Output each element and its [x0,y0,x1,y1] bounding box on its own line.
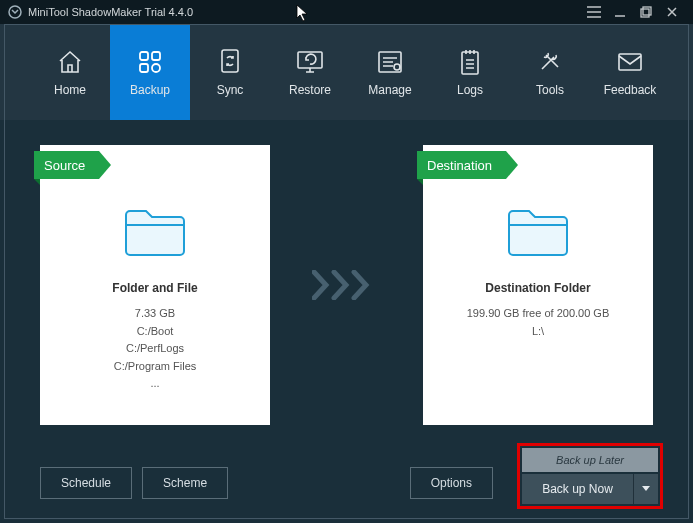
nav-label: Home [54,83,86,97]
nav-label: Backup [130,83,170,97]
svg-rect-2 [643,7,651,15]
nav-tools[interactable]: Tools [510,24,590,120]
nav-label: Feedback [604,83,657,97]
main-nav: Home Backup Sync Restore Manage Logs Too… [0,24,693,120]
nav-label: Tools [536,83,564,97]
folder-icon [503,203,573,263]
backup-later-button[interactable]: Back up Later [522,448,658,472]
restore-icon [295,47,325,77]
nav-manage[interactable]: Manage [350,24,430,120]
svg-rect-1 [641,9,649,17]
svg-rect-3 [140,52,148,60]
destination-header: Destination [417,151,506,179]
tools-icon [536,47,564,77]
nav-feedback[interactable]: Feedback [590,24,670,120]
nav-label: Sync [217,83,244,97]
menu-icon[interactable] [581,0,607,24]
svg-point-6 [152,64,160,72]
backup-dropdown-button[interactable] [634,474,658,504]
app-logo-icon [8,5,22,19]
schedule-button[interactable]: Schedule [40,467,132,499]
svg-point-10 [394,64,400,70]
nav-label: Manage [368,83,411,97]
backup-icon [136,47,164,77]
feedback-icon [616,47,644,77]
svg-rect-7 [222,50,238,72]
nav-label: Logs [457,83,483,97]
source-header: Source [34,151,99,179]
home-icon [56,47,84,77]
source-card[interactable]: Source Folder and File 7.33 GB C:/Boot C… [40,145,270,425]
svg-rect-5 [140,64,148,72]
destination-card[interactable]: Destination Destination Folder 199.90 GB… [423,145,653,425]
logs-icon [458,47,482,77]
svg-rect-4 [152,52,160,60]
nav-sync[interactable]: Sync [190,24,270,120]
nav-home[interactable]: Home [30,24,110,120]
options-button[interactable]: Options [410,467,493,499]
source-details: 7.33 GB C:/Boot C:/PerfLogs C:/Program F… [114,305,197,393]
backup-now-button[interactable]: Back up Now [522,474,634,504]
destination-title: Destination Folder [485,281,590,295]
nav-backup[interactable]: Backup [110,24,190,120]
source-title: Folder and File [112,281,197,295]
destination-details: 199.90 GB free of 200.00 GB L:\ [467,305,609,340]
nav-label: Restore [289,83,331,97]
svg-rect-11 [462,52,478,74]
scheme-button[interactable]: Scheme [142,467,228,499]
titlebar: MiniTool ShadowMaker Trial 4.4.0 [0,0,693,24]
close-button[interactable] [659,0,685,24]
folder-icon [120,203,190,263]
minimize-button[interactable] [607,0,633,24]
svg-rect-12 [619,54,641,70]
backup-split-button-highlight: Back up Later Back up Now [517,443,663,509]
manage-icon [376,47,404,77]
app-title: MiniTool ShadowMaker Trial 4.4.0 [28,6,193,18]
nav-logs[interactable]: Logs [430,24,510,120]
nav-restore[interactable]: Restore [270,24,350,120]
sync-icon [218,47,242,77]
arrow-icon [312,270,382,300]
maximize-button[interactable] [633,0,659,24]
